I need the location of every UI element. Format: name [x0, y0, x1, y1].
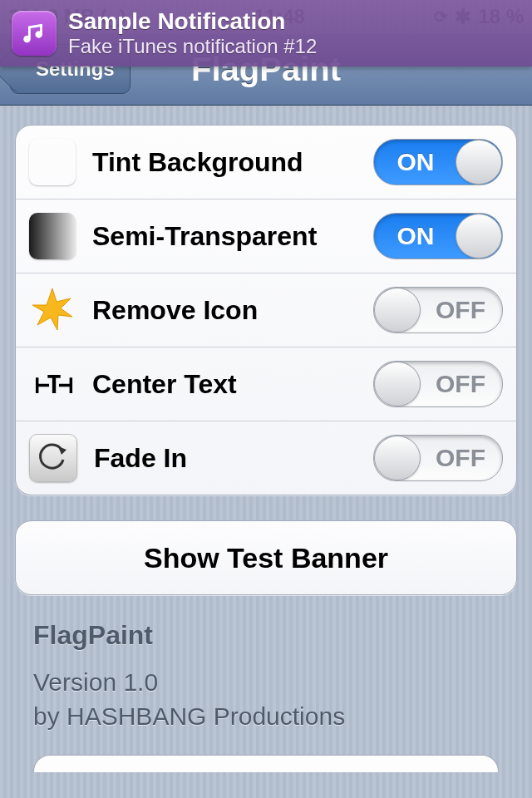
- toggle-knob: [374, 288, 421, 332]
- toggle-on-label: ON: [374, 140, 457, 185]
- svg-marker-0: [32, 288, 72, 330]
- settings-content: Tint Background ON Semi-Transparent ON: [0, 105, 532, 798]
- fade-arrow-icon: [29, 434, 77, 482]
- row-label: Fade In: [94, 443, 373, 474]
- footer-author: by HASHBANG Productions: [33, 700, 499, 734]
- toggle-tint-background[interactable]: ON: [373, 139, 503, 185]
- toggle-knob: [456, 214, 502, 259]
- toggle-center-text[interactable]: OFF: [373, 361, 503, 407]
- row-tint-background: Tint Background ON: [16, 126, 516, 199]
- toggle-group: Tint Background ON Semi-Transparent ON: [15, 125, 517, 495]
- toggle-off-label: OFF: [419, 362, 502, 406]
- starburst-icon: [29, 287, 76, 333]
- row-label: Tint Background: [92, 147, 373, 178]
- toggle-fade-in[interactable]: OFF: [373, 435, 503, 481]
- footer-info: FlagPaint Version 1.0 by HASHBANG Produc…: [15, 620, 517, 772]
- action-group: Show Test Banner: [15, 520, 517, 595]
- center-text-icon: ⊢T⊣: [29, 361, 76, 407]
- notification-subtitle: Fake iTunes notification #12: [68, 35, 317, 58]
- itunes-icon: [12, 11, 57, 56]
- toggle-off-label: OFF: [419, 288, 502, 332]
- footer-version: Version 1.0: [33, 666, 499, 700]
- toggle-on-label: ON: [374, 214, 457, 259]
- toggle-remove-icon[interactable]: OFF: [373, 287, 503, 333]
- row-label: Center Text: [92, 369, 373, 400]
- footer-app-name: FlagPaint: [33, 620, 499, 651]
- row-center-text: ⊢T⊣ Center Text OFF: [16, 347, 516, 421]
- tint-stripes-icon: [29, 139, 76, 185]
- toggle-knob: [456, 140, 502, 185]
- row-label: Semi-Transparent: [92, 221, 373, 252]
- gradient-icon: [29, 213, 76, 259]
- toggle-knob: [374, 362, 421, 406]
- next-group-peek: [33, 755, 499, 772]
- row-semi-transparent: Semi-Transparent ON: [16, 199, 516, 273]
- notification-banner[interactable]: Sample Notification Fake iTunes notifica…: [0, 0, 532, 66]
- row-remove-icon: Remove Icon OFF: [16, 273, 516, 347]
- row-label: Remove Icon: [92, 295, 373, 326]
- row-fade-in: Fade In OFF: [16, 421, 516, 495]
- toggle-off-label: OFF: [419, 436, 502, 480]
- svg-marker-1: [58, 446, 66, 455]
- button-label: Show Test Banner: [144, 542, 388, 574]
- toggle-semi-transparent[interactable]: ON: [373, 213, 503, 259]
- toggle-knob: [374, 436, 421, 480]
- notification-title: Sample Notification: [68, 8, 317, 35]
- show-test-banner-button[interactable]: Show Test Banner: [16, 521, 516, 594]
